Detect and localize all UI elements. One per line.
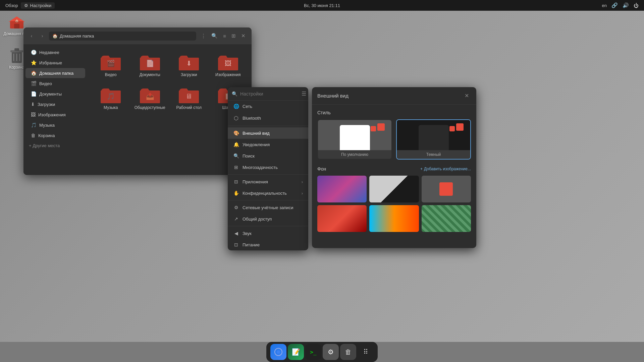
privacy-icon: ✋ bbox=[233, 190, 239, 196]
sidebar-item-video[interactable]: 🎬 Видео bbox=[25, 78, 85, 88]
sidebar-item-docs[interactable]: 📄 Документы bbox=[25, 89, 85, 99]
sidebar-label-images: Изображения bbox=[38, 112, 66, 117]
background-section-title: Фон bbox=[317, 166, 326, 172]
location-bar[interactable]: 🏠 Домашняя папка bbox=[49, 32, 196, 41]
forward-button[interactable]: › bbox=[38, 32, 46, 40]
folder-desktop[interactable]: 🖥 Рабочий стол bbox=[171, 82, 207, 113]
topbar-left: Обзор ⚙ Настройки bbox=[5, 2, 55, 9]
dock-trash[interactable]: 🗑 bbox=[340, 344, 356, 360]
svg-text:🎬: 🎬 bbox=[107, 59, 115, 67]
folder-docs[interactable]: 📄 Документы bbox=[132, 50, 168, 80]
sidebar-item-music[interactable]: 🎵 Музыка bbox=[25, 120, 85, 130]
settings-indicator[interactable]: ⚙ Настройки bbox=[21, 2, 55, 9]
topbar-datetime: Вс, 30 июня 21:11 bbox=[304, 3, 340, 8]
gear-icon: ⚙ bbox=[24, 3, 28, 8]
view-icon-button[interactable]: ⊞ bbox=[229, 32, 238, 40]
wallpaper-2[interactable] bbox=[369, 176, 419, 202]
wallpaper-3-decoration bbox=[439, 182, 453, 196]
menu-label-power: Питание bbox=[243, 242, 260, 247]
appearance-header: Внешний вид ✕ bbox=[312, 87, 476, 105]
menu-item-accounts[interactable]: ⚙ Сетевые учётные записи bbox=[228, 202, 308, 213]
sidebar-item-home[interactable]: 🏠 Домашняя папка bbox=[25, 68, 85, 78]
settings-menu: 🔍 ☰ 🌐 Сеть ⬡ Bluetooth 🎨 Внешний вид 🔔 У… bbox=[228, 87, 308, 250]
dock-settings[interactable]: ⚙ bbox=[323, 344, 339, 360]
menu-item-bluetooth[interactable]: ⬡ Bluetooth bbox=[228, 112, 308, 124]
menu-label-search: Поиск bbox=[243, 154, 255, 159]
settings-search-input[interactable] bbox=[240, 91, 299, 97]
appearance-panel: Внешний вид ✕ Стиль По умолчанию bbox=[312, 87, 476, 248]
menu-divider-4 bbox=[228, 226, 308, 226]
close-file-manager[interactable]: ✕ bbox=[239, 32, 248, 40]
menu-item-search[interactable]: 🔍 Поиск bbox=[228, 150, 308, 162]
menu-label-notifications: Уведомления bbox=[243, 142, 270, 147]
wallpaper-4[interactable] bbox=[317, 205, 367, 232]
wallpaper-6[interactable] bbox=[422, 205, 471, 232]
settings-label: Настройки bbox=[30, 3, 52, 8]
menu-divider-3 bbox=[228, 200, 308, 200]
dock-apps[interactable]: ⠿ bbox=[358, 344, 374, 360]
taskbar-dock: 📝 >_ ⚙ 🗑 ⠿ bbox=[266, 342, 378, 362]
menu-item-sharing[interactable]: ↗ Общий доступ bbox=[228, 213, 308, 225]
dock-notes[interactable]: 📝 bbox=[288, 344, 304, 360]
sidebar-item-trash[interactable]: 🗑 Корзина bbox=[25, 130, 85, 140]
sidebar-label-music: Музыка bbox=[39, 123, 55, 128]
settings-dock-icon: ⚙ bbox=[328, 348, 334, 356]
folder-music[interactable]: 🎵 Музыка bbox=[93, 82, 129, 113]
sidebar-item-images[interactable]: 🖼 Изображения bbox=[25, 110, 85, 120]
starred-icon: ⭐ bbox=[31, 60, 37, 65]
menu-item-privacy[interactable]: ✋ Конфиденциальность › bbox=[228, 187, 308, 199]
dock-terminal[interactable]: >_ bbox=[305, 344, 321, 360]
style-option-default[interactable]: По умолчанию bbox=[317, 119, 392, 160]
view-list-button[interactable]: ≡ bbox=[221, 32, 228, 40]
menu-item-network[interactable]: 🌐 Сеть bbox=[228, 101, 308, 112]
sidebar-add-places[interactable]: + Другие места bbox=[23, 141, 87, 150]
desktop: 🏠 Домашня па... Корзина ‹ › 🏠 Домашняя п… bbox=[0, 11, 644, 342]
trash-sidebar-icon: 🗑 bbox=[31, 133, 36, 138]
sidebar-item-starred[interactable]: ⭐ Избранные bbox=[25, 58, 85, 68]
sidebar-label-home: Домашняя папка bbox=[39, 71, 73, 76]
add-image-button[interactable]: + Добавить изображение... bbox=[420, 167, 471, 171]
menu-item-appearance[interactable]: 🎨 Внешний вид bbox=[228, 127, 308, 139]
video-icon: 🎬 bbox=[31, 81, 37, 86]
folder-video[interactable]: 🎬 Видео bbox=[93, 50, 129, 80]
folder-downloads[interactable]: ⬇ Загрузки bbox=[171, 50, 207, 80]
folder-downloads-label: Загрузки bbox=[181, 72, 197, 77]
appearance-close-button[interactable]: ✕ bbox=[463, 92, 471, 100]
search-icon-settings: 🔍 bbox=[232, 91, 237, 97]
folder-public[interactable]: 📤 Общедоступные bbox=[132, 82, 168, 113]
overview-label[interactable]: Обзор bbox=[5, 3, 18, 8]
sidebar-item-downloads[interactable]: ⬇ Загрузки bbox=[25, 99, 85, 109]
sidebar-label-video: Видео bbox=[39, 81, 52, 86]
menu-item-apps[interactable]: ⊟ Приложения › bbox=[228, 176, 308, 187]
power-icon[interactable]: ⏻ bbox=[634, 3, 639, 8]
search-menu-icon: 🔍 bbox=[233, 153, 239, 159]
power-menu-icon: ⊡ bbox=[233, 242, 239, 247]
wallpaper-3[interactable] bbox=[422, 176, 471, 202]
menu-item-multitask[interactable]: ⊞ Многозадачность bbox=[228, 162, 308, 173]
home-folder-icon: 🏠 bbox=[9, 14, 25, 30]
menu-item-sound[interactable]: ◀ Звук bbox=[228, 228, 308, 239]
wallpaper-5[interactable] bbox=[369, 205, 419, 232]
menu-button[interactable]: ⋮ bbox=[199, 32, 208, 40]
wallpaper-1[interactable] bbox=[317, 176, 367, 202]
sidebar-label-starred: Избранные bbox=[39, 60, 62, 65]
search-button[interactable]: 🔍 bbox=[209, 32, 220, 40]
images-icon: 🖼 bbox=[31, 112, 36, 117]
location-text: Домашняя папка bbox=[60, 34, 94, 39]
menu-item-notifications[interactable]: 🔔 Уведомления bbox=[228, 139, 308, 150]
sidebar-item-recent[interactable]: 🕐 Недавнее bbox=[25, 47, 85, 57]
file-manager-sidebar: 🕐 Недавнее ⭐ Избранные 🏠 Домашняя папка … bbox=[23, 44, 87, 175]
volume-icon[interactable]: 🔊 bbox=[623, 2, 629, 8]
style-option-dark[interactable]: Темный bbox=[396, 119, 471, 160]
language-indicator[interactable]: en bbox=[602, 3, 607, 8]
folder-images[interactable]: 🖼 Изображения bbox=[210, 50, 247, 80]
hamburger-icon[interactable]: ☰ bbox=[302, 90, 306, 97]
menu-label-accounts: Сетевые учётные записи bbox=[243, 205, 293, 210]
network-icon[interactable]: 🔗 bbox=[611, 2, 618, 8]
dock-browser[interactable] bbox=[270, 344, 286, 360]
menu-item-power[interactable]: ⊡ Питание bbox=[228, 239, 308, 250]
back-button[interactable]: ‹ bbox=[28, 32, 36, 40]
menu-label-multitask: Многозадачность bbox=[243, 165, 278, 170]
folder-video-label: Видео bbox=[105, 72, 117, 77]
svg-rect-5 bbox=[14, 48, 19, 51]
